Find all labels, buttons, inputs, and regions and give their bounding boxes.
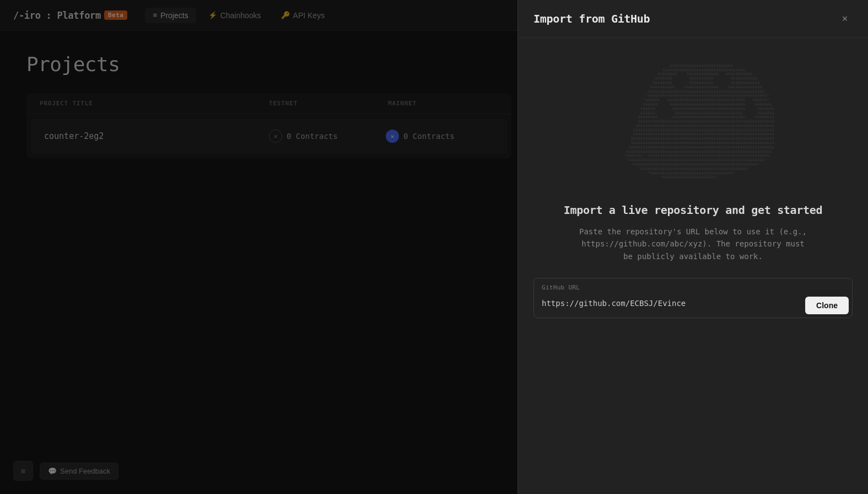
ascii-art: &&&&&&&&&&&&&&&&&&&&&&&&&& &&&&&&&&&&&&&… xyxy=(612,64,775,180)
clone-button[interactable]: Clone xyxy=(805,297,849,314)
modal-title: Import from GitHub xyxy=(533,12,650,25)
modal-close-button[interactable]: × xyxy=(837,11,853,26)
github-url-input[interactable] xyxy=(534,297,802,314)
ascii-art-container: &&&&&&&&&&&&&&&&&&&&&&&&&& &&&&&&&&&&&&&… xyxy=(533,38,853,203)
github-url-input-section: GitHub URL Clone xyxy=(533,278,853,318)
modal-subtitle: Import a live repository and get started xyxy=(564,203,823,217)
modal-body: &&&&&&&&&&&&&&&&&&&&&&&&&& &&&&&&&&&&&&&… xyxy=(518,38,868,494)
import-github-modal: Import from GitHub × &&&&&&&&&&&&&&&&&&&… xyxy=(517,0,868,494)
main-page: /-iro : Platform Beta ≡ Projects ⚡ Chain… xyxy=(0,0,868,494)
modal-description: Paste the repository's URL below to use … xyxy=(578,225,809,262)
github-url-label: GitHub URL xyxy=(534,278,852,293)
modal-header: Import from GitHub × xyxy=(518,0,868,38)
input-row: Clone xyxy=(534,293,852,318)
